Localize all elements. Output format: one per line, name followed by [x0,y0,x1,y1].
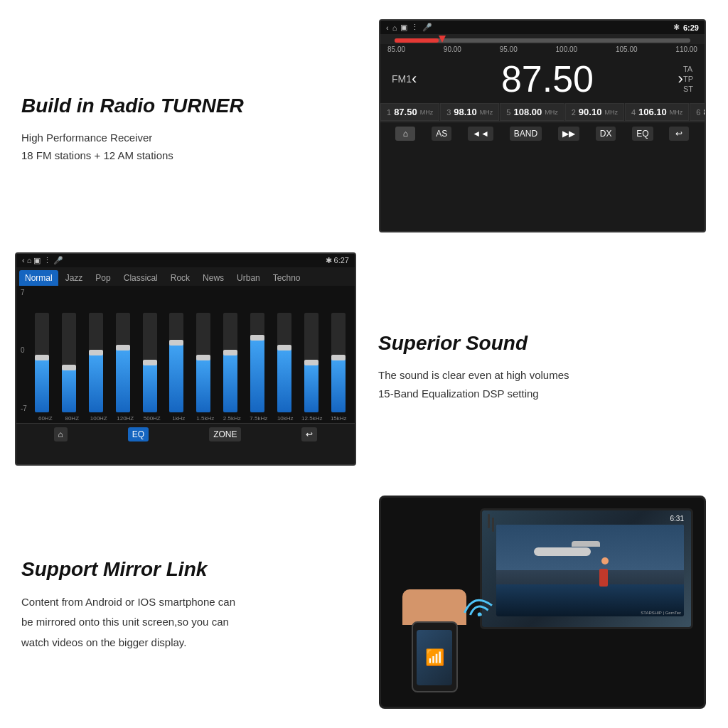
preset-unit: MHz [604,109,618,116]
eq-slider-handle[interactable] [223,350,237,355]
mirror-line2: be mirrored onto this unit screen,so you… [21,616,229,628]
home-icon: ⌂ [392,23,397,32]
preset-num: 1 [387,108,391,117]
eq-bar-col [191,289,215,412]
eq-bar-fill [331,358,346,412]
eq-bar-col [218,289,242,412]
eq-tab-urban[interactable]: Urban [231,270,266,286]
eq-body: 7 0 -7 [16,286,355,414]
preset-item[interactable]: 3 98.10 MHz [440,103,499,121]
tuner-label: 85.00 [387,46,405,53]
person-body [599,569,608,587]
side-btn [488,514,490,528]
eq-slider-handle[interactable] [89,350,103,355]
preset-item[interactable]: 5 108.00 MHz [500,103,564,121]
eq-bar-fill [304,363,318,412]
preset-freq: 98.10 [454,107,477,117]
eq-bar-col [245,289,269,412]
eq-bar-track [35,313,49,412]
wifi-on-phone: 📶 [425,648,444,667]
preset-row-2: 2 90.10 MHz 4 106.10 MHz 6 87.50 MHz [565,103,706,121]
menu-icon: ⋮ [411,23,419,32]
freq-15khz: 15kHz [327,415,351,422]
prev-button[interactable]: ◄◄ [468,127,493,141]
bluetooth-icon: ✱ [673,23,680,32]
eq-right-icons: ✱ 6:27 [326,256,349,265]
eq-zone-button[interactable]: ZONE [209,427,241,441]
eq-bar-track [196,313,210,412]
radio-frequency: 87.50 [417,58,678,100]
eq-tab-pop[interactable]: Pop [90,270,116,286]
eq-tab-techno[interactable]: Techno [267,270,306,286]
eq-button[interactable]: EQ [632,127,653,141]
car-unit: 6:31 STARSHIP | GemTec [480,508,693,629]
preset-unit: MHz [670,109,683,116]
eq-home-button[interactable]: ⌂ [54,427,68,441]
mirror-mockup: 6:31 STARSHIP | GemTec [379,496,706,709]
home-button[interactable]: ⌂ [395,127,415,141]
eq-slider-handle[interactable] [169,340,183,346]
eq-bar-col [138,289,162,412]
preset-item[interactable]: 2 90.10 MHz [565,103,624,121]
preset-num: 5 [506,108,510,117]
back-button[interactable]: ↩ [669,127,689,141]
preset-item[interactable]: 1 87.50 MHz [380,103,439,121]
eq-slider-handle[interactable] [116,345,130,350]
mirror-title: Support Mirror Link [21,558,350,581]
eq-slider-handle[interactable] [304,360,318,365]
eq-home-icon: ⌂ [27,256,32,264]
eq-slider-handle[interactable] [196,355,210,360]
eq-slider-handle[interactable] [143,360,157,365]
car-screen-scene: STARSHIP | GemTec [496,525,684,616]
right-status-icons: ✱ 6:29 [673,23,699,32]
eq-tab-normal[interactable]: Normal [19,270,58,286]
eq-bluetooth-icon: ✱ [326,256,332,264]
as-button[interactable]: AS [432,127,451,141]
radio-controls: ⌂ AS ◄◄ BAND ▶▶ DX EQ ↩ [380,122,705,145]
mirror-body: Content from Android or IOS smartphone c… [21,592,350,653]
preset-num: 3 [446,108,451,117]
preset-num: 4 [631,108,636,117]
eq-back-button[interactable]: ↩ [301,427,317,441]
preset-item[interactable]: 4 106.10 MHz [625,103,689,121]
eq-slider-handle[interactable] [62,365,76,370]
phone-hand-group: 📶 [402,586,466,692]
eq-y-0: 0 [21,346,27,354]
freq-500hz: 500HZ [140,415,164,422]
wifi-icon: 📶 [425,648,444,667]
radio-line2: 18 FM stations + 12 AM stations [21,146,350,165]
sound-text-section: Superior Sound The sound is clear even a… [364,245,721,483]
svg-point-0 [477,611,482,616]
back-icon: ‹ [386,23,389,32]
eq-slider-handle[interactable] [277,345,291,350]
eq-slider-handle[interactable] [35,355,49,360]
eq-eq-button[interactable]: EQ [128,427,149,441]
eq-tab-news[interactable]: News [197,270,230,286]
radio-line1: High Performance Receiver [21,129,350,147]
next-button[interactable]: ▶▶ [558,127,579,141]
eq-bar-track [250,313,264,412]
eq-slider-handle[interactable] [250,335,264,341]
nav-left[interactable]: ‹ [412,70,417,88]
preset-item[interactable]: 6 87.50 MHz [690,103,706,121]
freq-10khz: 10kHz [274,415,298,422]
eq-y-neg7: -7 [21,405,27,412]
eq-slider-handle[interactable] [331,355,346,360]
eq-tab-classical[interactable]: Classical [118,270,164,286]
car-unit-side-buttons [488,514,494,532]
airplane-wing [572,541,600,547]
eq-tab-jazz[interactable]: Jazz [60,270,89,286]
radio-screen: ‹ ⌂ ▣ ⋮ 🎤 ✱ 6:29 85.00 [379,19,706,232]
mirror-line1: Content from Android or IOS smartphone c… [21,596,235,608]
eq-bar-fill [116,348,130,412]
tuner-label: 100.00 [556,46,578,53]
eq-bar-col [165,289,189,412]
status-time: 6:29 [683,23,699,32]
preset-freq: 90.10 [579,107,602,117]
nav-right[interactable]: › [678,70,683,88]
dx-button[interactable]: DX [596,127,616,141]
band-button[interactable]: BAND [510,127,542,141]
tuner-indicator [439,36,446,43]
eq-tab-rock[interactable]: Rock [165,270,196,286]
tuner-label: 90.00 [444,46,461,53]
